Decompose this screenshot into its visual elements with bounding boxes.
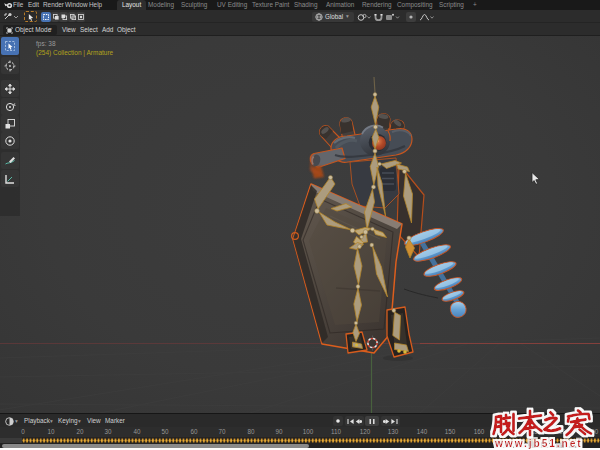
svg-text:www.jb51.net: www.jb51.net <box>494 438 583 449</box>
